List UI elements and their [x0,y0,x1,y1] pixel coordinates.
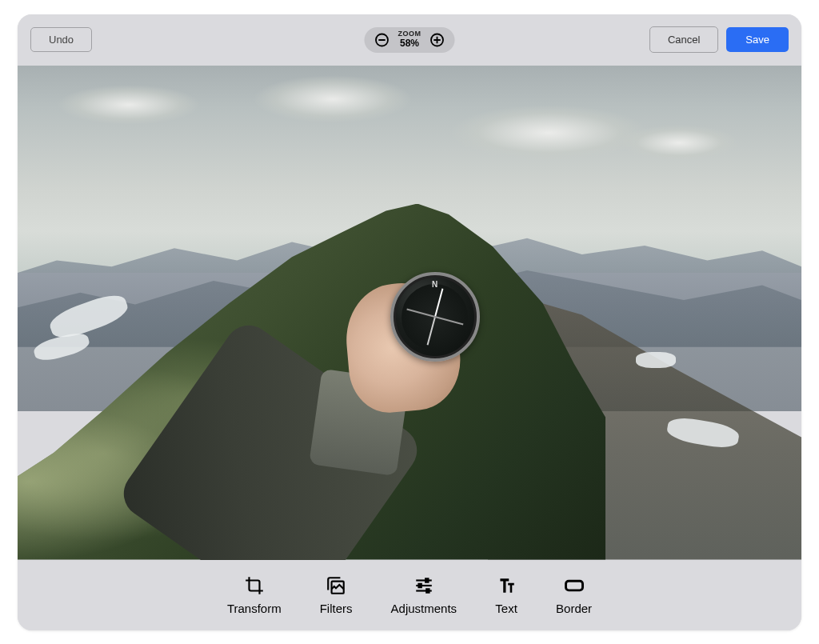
undo-button[interactable]: Undo [30,27,92,52]
image-editor-window: Undo ZOOM 58% [18,14,801,630]
svg-rect-9 [425,578,428,582]
tool-adjustments[interactable]: Adjustments [391,574,457,615]
zoom-in-button[interactable] [428,30,447,50]
adjustments-icon [413,574,435,597]
zoom-in-icon [429,32,445,48]
border-icon [563,574,585,597]
zoom-control: ZOOM 58% [365,27,455,53]
canvas-area[interactable]: N [18,66,801,560]
svg-rect-12 [565,581,582,590]
crop-icon [243,574,266,597]
image-preview: N [18,66,801,560]
tool-label: Transform [227,602,282,615]
tool-label: Filters [320,602,353,615]
text-icon [495,574,517,597]
svg-rect-11 [426,589,429,592]
zoom-out-icon [374,32,390,48]
tool-transform[interactable]: Transform [227,574,282,615]
tool-label: Adjustments [391,602,457,615]
tool-filters[interactable]: Filters [320,574,353,615]
save-button[interactable]: Save [726,27,789,52]
bottom-toolbar: Transform Filters [18,560,801,630]
filters-icon [325,574,347,597]
tool-border[interactable]: Border [556,574,592,615]
tool-label: Text [495,602,517,615]
zoom-info: ZOOM 58% [395,30,425,49]
tool-label: Border [556,602,592,615]
zoom-value: 58% [400,38,419,49]
top-toolbar: Undo ZOOM 58% [18,14,801,66]
svg-rect-10 [418,584,421,587]
tool-text[interactable]: Text [495,574,517,615]
cancel-button[interactable]: Cancel [649,26,718,53]
zoom-out-button[interactable] [373,30,392,50]
